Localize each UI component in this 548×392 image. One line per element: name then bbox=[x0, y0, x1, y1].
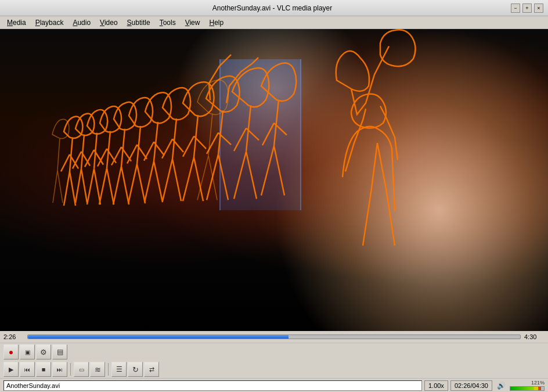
time-value: 02:26/04:30 bbox=[455, 382, 488, 389]
progress-track[interactable] bbox=[27, 335, 521, 339]
speed-value: 1.00x bbox=[428, 382, 444, 389]
next-button[interactable]: ⏭ bbox=[52, 362, 67, 377]
volume-bar-container: 121% bbox=[510, 380, 545, 391]
minimize-button[interactable]: − bbox=[511, 3, 520, 13]
time-display: 02:26/04:30 bbox=[450, 380, 492, 391]
progress-fill bbox=[28, 335, 289, 339]
menu-playback[interactable]: Playback bbox=[31, 17, 68, 28]
titlebar: AnotherSunday.avi - VLC media player − +… bbox=[0, 0, 548, 16]
menu-tools[interactable]: Tools bbox=[155, 17, 181, 28]
stop-button[interactable]: ■ bbox=[36, 362, 51, 377]
extended-settings-button[interactable]: ⚙ bbox=[36, 344, 51, 359]
titlebar-title: AnotherSunday.avi - VLC media player bbox=[34, 4, 511, 12]
menu-subtitle[interactable]: Subtitle bbox=[122, 17, 155, 28]
volume-fill-green bbox=[510, 387, 534, 390]
menu-view[interactable]: View bbox=[181, 17, 205, 28]
loop-button[interactable]: ↻ bbox=[128, 362, 143, 377]
frame-advance-button[interactable]: ▭ bbox=[74, 362, 89, 377]
maximize-button[interactable]: + bbox=[522, 3, 532, 13]
record-button[interactable]: ● bbox=[3, 344, 19, 359]
snapshot-button[interactable]: ▣ bbox=[20, 344, 35, 359]
total-time: 4:30 bbox=[524, 333, 545, 340]
filename-display: AnotherSunday.avi bbox=[3, 380, 422, 391]
playlist-button[interactable]: ☰ bbox=[111, 362, 127, 377]
toolbar-separator-1 bbox=[70, 363, 71, 376]
volume-fill-yellow bbox=[534, 387, 538, 390]
filename-text: AnotherSunday.avi bbox=[6, 382, 60, 389]
menu-media[interactable]: Media bbox=[2, 17, 31, 28]
play-button[interactable]: ▶ bbox=[3, 362, 19, 377]
controls-area: 2:26 4:30 ● ▣ ⚙ ▤ ▶ ⏮ ■ ⏭ ▭ ≋ ☰ ↻ ⇄ Anot… bbox=[0, 331, 548, 392]
statusbar: AnotherSunday.avi 1.00x 02:26/04:30 🔊 12… bbox=[0, 378, 548, 392]
toolbar-row1: ● ▣ ⚙ ▤ bbox=[0, 343, 548, 361]
menu-audio[interactable]: Audio bbox=[68, 17, 95, 28]
extended-button[interactable]: ▤ bbox=[52, 344, 67, 359]
prev-button[interactable]: ⏮ bbox=[20, 362, 35, 377]
progress-bar-container: 2:26 4:30 bbox=[0, 331, 548, 343]
menu-video[interactable]: Video bbox=[95, 17, 122, 28]
current-time: 2:26 bbox=[3, 333, 24, 340]
equalizer-button[interactable]: ≋ bbox=[90, 362, 105, 377]
close-button[interactable]: × bbox=[534, 3, 543, 13]
toolbar-row2: ▶ ⏮ ■ ⏭ ▭ ≋ ☰ ↻ ⇄ bbox=[0, 361, 548, 378]
menubar: Media Playback Audio Video Subtitle Tool… bbox=[0, 16, 548, 29]
volume-fill-red bbox=[538, 387, 541, 390]
mute-button[interactable]: 🔊 bbox=[495, 380, 507, 391]
menu-help[interactable]: Help bbox=[204, 17, 228, 28]
video-area[interactable] bbox=[0, 29, 548, 331]
volume-percent: 121% bbox=[531, 380, 545, 386]
titlebar-controls: − + × bbox=[511, 3, 543, 13]
speed-badge: 1.00x bbox=[424, 380, 448, 391]
volume-area: 🔊 121% bbox=[495, 380, 545, 391]
random-button[interactable]: ⇄ bbox=[144, 362, 159, 377]
motion-outlines bbox=[0, 29, 548, 331]
toolbar-separator-2 bbox=[108, 363, 109, 376]
volume-track[interactable] bbox=[510, 386, 545, 391]
video-frame bbox=[0, 29, 548, 331]
